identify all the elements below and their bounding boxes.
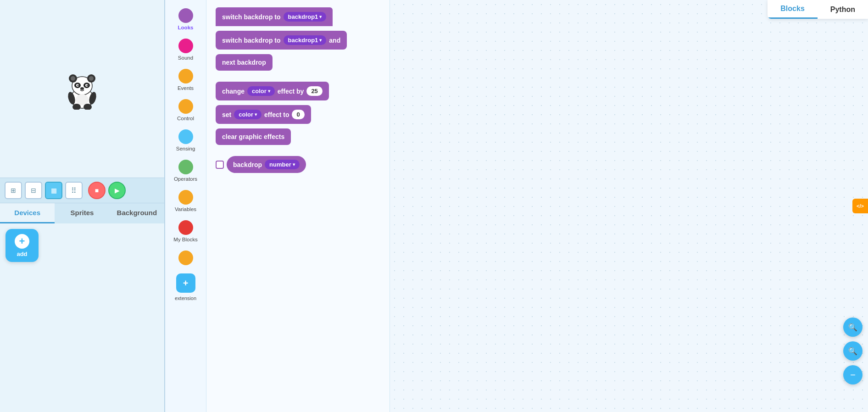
python-tab-button[interactable]: Python xyxy=(818,0,868,19)
variables-dot xyxy=(178,190,193,205)
code-toggle-icon: </> xyxy=(857,203,864,209)
extension-button[interactable]: + xyxy=(176,273,195,293)
zoom-out-button[interactable]: 🔍 xyxy=(843,341,862,361)
sidebar-item-events[interactable]: Events xyxy=(167,65,205,95)
sidebar-item-sound-label: Sound xyxy=(178,55,193,61)
stop-btn[interactable]: ■ xyxy=(88,182,106,199)
grid-view-btn[interactable]: ▦ xyxy=(45,182,62,199)
change-text: change xyxy=(222,88,245,95)
svg-point-4 xyxy=(71,76,75,81)
control-dot xyxy=(178,99,193,114)
tab-background[interactable]: Background xyxy=(110,203,164,223)
sidebar-item-myblocks-label: My Blocks xyxy=(173,237,197,242)
extension-label: extension xyxy=(175,295,196,301)
chevron-down-icon-5: ▾ xyxy=(293,162,295,167)
backdrop1-wait-dropdown[interactable]: backdrop1 ▾ xyxy=(284,35,327,45)
sidebar-item-operators[interactable]: Operators xyxy=(167,156,205,185)
extension-plus-icon: + xyxy=(183,278,189,289)
svg-point-15 xyxy=(76,94,89,105)
sidebar-item-control[interactable]: Control xyxy=(167,95,205,125)
left-panel: ⊞ ⊟ ▦ ⠿ ■ ▶ Devices Sprites Background +… xyxy=(0,0,165,412)
operators-dot xyxy=(178,160,193,174)
block-switch-backdrop-1: switch backdrop to backdrop1 ▾ xyxy=(216,7,380,26)
block-set-color-effect: set color ▾ effect to 0 xyxy=(216,105,380,124)
expand-btn[interactable]: ⊞ xyxy=(5,182,22,199)
number-dropdown[interactable]: number ▾ xyxy=(265,160,300,169)
canvas-area: Blocks Python </> 🔍 🔍 − xyxy=(390,0,868,412)
chevron-down-icon-3: ▾ xyxy=(268,89,270,94)
code-toggle-button[interactable]: </> xyxy=(852,199,868,213)
top-right-bar: Blocks Python xyxy=(768,0,868,19)
canvas-action-buttons: 🔍 🔍 − xyxy=(843,317,862,384)
sidebar-item-looks[interactable]: Looks xyxy=(167,5,205,34)
effect-value-0[interactable]: 0 xyxy=(292,110,304,119)
sidebar-item-variables-label: Variables xyxy=(175,206,196,212)
sidebar-item-operators-label: Operators xyxy=(174,176,197,182)
svg-point-10 xyxy=(78,84,79,86)
clear-effects-text: clear graphic effects xyxy=(222,133,284,140)
tab-devices[interactable]: Devices xyxy=(0,203,55,223)
events-dot xyxy=(178,69,193,84)
backdrop-number-block[interactable]: backdrop number ▾ xyxy=(227,156,306,173)
zoom-in-button[interactable]: 🔍 xyxy=(843,317,862,337)
chevron-down-icon-2: ▾ xyxy=(319,38,322,43)
plus-icon: + xyxy=(15,234,29,249)
block-next-backdrop: next backdrop xyxy=(216,54,380,71)
clear-effects-block[interactable]: clear graphic effects xyxy=(216,128,291,145)
myblocks-dot xyxy=(178,220,193,235)
sidebar-item-sensing[interactable]: Sensing xyxy=(167,126,205,155)
go-btn[interactable]: ▶ xyxy=(108,182,126,199)
block-clear-graphic-effects: clear graphic effects xyxy=(216,128,380,145)
blocks-panel: switch backdrop to backdrop1 ▾ switch ba… xyxy=(206,0,390,412)
switch-backdrop-text: switch backdrop to xyxy=(222,13,281,21)
backdrop-number-reporter-wrapper: backdrop number ▾ xyxy=(216,156,306,173)
tab-sprites[interactable]: Sprites xyxy=(55,203,109,223)
tabs-row: Devices Sprites Background xyxy=(0,203,164,223)
backdrop-text: backdrop xyxy=(233,161,262,168)
block-backdrop-number: backdrop number ▾ xyxy=(216,156,380,173)
reporter-checkbox[interactable] xyxy=(216,161,224,169)
next-backdrop-block[interactable]: next backdrop xyxy=(216,54,273,71)
switch-backdrop-wait-text1: switch backdrop to xyxy=(222,37,281,44)
change-color-effect-block[interactable]: change color ▾ effect by 25 xyxy=(216,82,329,100)
minus-button[interactable]: − xyxy=(843,365,862,384)
chevron-down-icon: ▾ xyxy=(319,14,322,19)
svg-point-12 xyxy=(80,87,84,90)
shrink-btn[interactable]: ⊟ xyxy=(25,182,42,199)
color-dropdown-2[interactable]: color ▾ xyxy=(234,110,262,119)
effect-to-text: effect to xyxy=(264,111,289,118)
set-color-effect-block[interactable]: set color ▾ effect to 0 xyxy=(216,105,311,124)
looks-dot xyxy=(178,8,193,23)
switch-backdrop-wait-and: and xyxy=(329,37,340,44)
backdrop1-dropdown[interactable]: backdrop1 ▾ xyxy=(284,12,327,22)
controls-bar: ⊞ ⊟ ▦ ⠿ ■ ▶ xyxy=(0,178,164,203)
sidebar-item-control-label: Control xyxy=(177,116,194,121)
sidebar-item-sensing-label: Sensing xyxy=(176,146,195,151)
sidebar-item-sound[interactable]: Sound xyxy=(167,35,205,64)
block-change-color-effect: change color ▾ effect by 25 xyxy=(216,82,380,100)
extra-dot xyxy=(178,251,193,265)
sidebar-item-events-label: Events xyxy=(178,85,194,91)
svg-point-11 xyxy=(87,84,88,86)
color-dropdown-1[interactable]: color ▾ xyxy=(247,86,275,96)
blocks-tab-button[interactable]: Blocks xyxy=(768,0,817,19)
category-sidebar: Looks Sound Events Control Sensing Opera… xyxy=(165,0,206,412)
add-device-button[interactable]: + add xyxy=(6,229,39,262)
sensing-dot xyxy=(178,129,193,144)
menu-btn[interactable]: ⠿ xyxy=(65,182,83,199)
sidebar-item-variables[interactable]: Variables xyxy=(167,186,205,216)
add-label: add xyxy=(17,251,27,257)
switch-backdrop-wait-block[interactable]: switch backdrop to backdrop1 ▾ and xyxy=(216,31,347,50)
tab-content: + add xyxy=(0,223,164,412)
set-text: set xyxy=(222,111,231,118)
effect-by-text: effect by xyxy=(278,88,304,95)
sidebar-item-extra[interactable] xyxy=(167,247,205,271)
block-switch-backdrop-and-wait: switch backdrop to backdrop1 ▾ and xyxy=(216,31,380,50)
panda-sprite xyxy=(64,68,100,110)
svg-point-5 xyxy=(89,76,94,81)
effect-value-25[interactable]: 25 xyxy=(306,86,322,96)
sidebar-item-looks-label: Looks xyxy=(178,25,194,30)
sound-dot xyxy=(178,39,193,53)
switch-backdrop-block[interactable]: switch backdrop to backdrop1 ▾ xyxy=(216,7,333,26)
sidebar-item-myblocks[interactable]: My Blocks xyxy=(167,217,205,246)
